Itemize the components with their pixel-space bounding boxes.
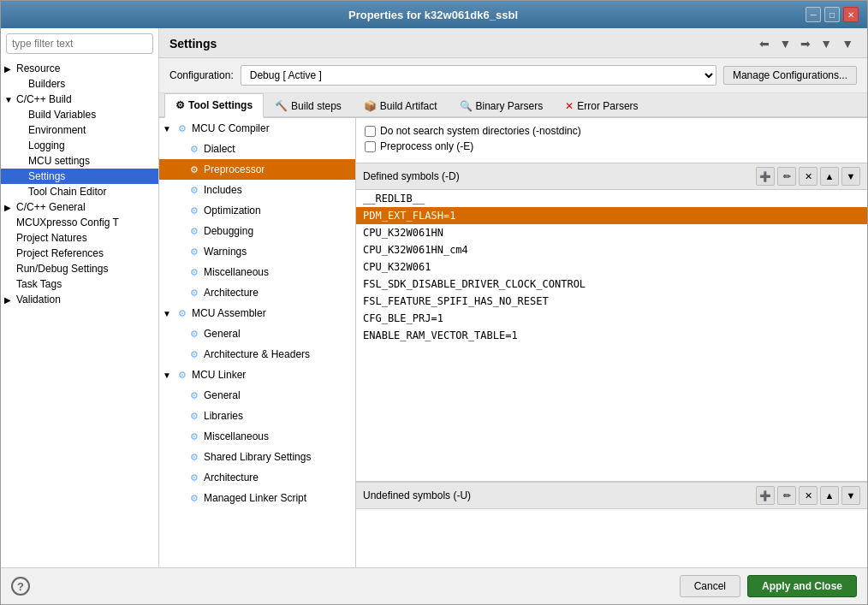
preprocess-only-checkbox[interactable] xyxy=(365,141,376,152)
add-symbol-button[interactable]: ➕ xyxy=(756,167,775,186)
tab-error-parsers[interactable]: ✕ Error Parsers xyxy=(554,93,649,118)
edit-undefined-button[interactable]: ✏ xyxy=(777,486,796,505)
compiler-tree-includes[interactable]: ⚙ Includes xyxy=(159,180,355,200)
sidebar-item-build-vars[interactable]: Build Variables xyxy=(1,107,158,122)
bottom-buttons: Cancel Apply and Close xyxy=(680,575,857,597)
nav-forward-icon[interactable]: ➡ xyxy=(797,35,814,52)
help-button[interactable]: ? xyxy=(11,577,30,596)
compiler-tree-miscellaneous[interactable]: ⚙ Miscellaneous xyxy=(159,262,355,282)
sidebar-item-label: MCUXpresso Config T xyxy=(16,216,155,228)
compiler-tree-label: Optimization xyxy=(204,205,261,216)
symbol-item[interactable]: FSL_FEATURE_SPIFI_HAS_NO_RESET xyxy=(356,293,867,310)
symbol-item[interactable]: ENABLE_RAM_VECTOR_TABLE=1 xyxy=(356,327,867,344)
move-down-icon: ▼ xyxy=(847,171,856,181)
symbol-item[interactable]: CPU_K32W061HN xyxy=(356,224,867,241)
cancel-button[interactable]: Cancel xyxy=(680,575,740,597)
tab-tool-settings[interactable]: ⚙ Tool Settings xyxy=(164,93,264,118)
compiler-tree-managed-linker[interactable]: ⚙ Managed Linker Script xyxy=(159,488,355,508)
sidebar-item-settings[interactable]: Settings xyxy=(1,169,158,184)
sidebar-item-project-natures[interactable]: Project Natures xyxy=(1,230,158,246)
sidebar-item-mcuxpresso[interactable]: MCUXpresso Config T xyxy=(1,215,158,230)
delete-symbol-button[interactable]: ✕ xyxy=(799,167,817,186)
compiler-tree-optimization[interactable]: ⚙ Optimization xyxy=(159,200,355,221)
sidebar-item-mcu-settings[interactable]: MCU settings xyxy=(1,153,158,169)
compiler-tree-architecture[interactable]: ⚙ Architecture xyxy=(159,282,355,303)
minimize-button[interactable]: ─ xyxy=(806,7,821,22)
compiler-tree-label: Miscellaneous xyxy=(204,266,269,278)
close-button[interactable]: ✕ xyxy=(843,7,859,22)
sidebar-item-project-refs[interactable]: Project References xyxy=(1,246,158,261)
move-up-undefined-button[interactable]: ▲ xyxy=(820,486,839,505)
includes-icon: ⚙ xyxy=(187,182,202,198)
sidebar-item-builders[interactable]: Builders xyxy=(1,76,158,92)
undefined-symbols-actions: ➕ ✏ ✕ ▲ xyxy=(756,486,860,505)
compiler-tree-mcu-c-compiler[interactable]: ▼ ⚙ MCU C Compiler xyxy=(159,118,355,139)
dropdown2-icon[interactable]: ▼ xyxy=(817,35,835,52)
sidebar-item-environment[interactable]: Environment xyxy=(1,122,158,138)
compiler-tree-warnings[interactable]: ⚙ Warnings xyxy=(159,241,355,262)
build-artifact-icon: 📦 xyxy=(364,100,377,112)
sidebar-item-task-tags[interactable]: Task Tags xyxy=(1,276,158,292)
move-down-icon: ▼ xyxy=(847,490,856,501)
header-icons: ⬅ ▼ ➡ ▼ ▼ xyxy=(756,35,857,52)
symbol-item[interactable]: __REDLIB__ xyxy=(356,190,867,207)
compiler-tree-dialect[interactable]: ⚙ Dialect xyxy=(159,139,355,159)
sidebar-item-validation[interactable]: ▶ Validation xyxy=(1,292,158,307)
dropdown-icon[interactable]: ▼ xyxy=(776,35,794,52)
compiler-tree-label: Libraries xyxy=(204,410,243,422)
add-undefined-button[interactable]: ➕ xyxy=(756,486,775,505)
configuration-select[interactable]: Debug [ Active ] xyxy=(241,65,716,86)
symbol-item[interactable]: CPU_K32W061 xyxy=(356,258,867,276)
compiler-tree-lnk-arch[interactable]: ⚙ Architecture xyxy=(159,467,355,488)
sidebar-item-resource[interactable]: ▶ Resource xyxy=(1,61,158,76)
compiler-tree-arch-headers[interactable]: ⚙ Architecture & Headers xyxy=(159,344,355,365)
sidebar-item-toolchain-editor[interactable]: Tool Chain Editor xyxy=(1,184,158,199)
compiler-tree-mcu-assembler[interactable]: ▼ ⚙ MCU Assembler xyxy=(159,303,355,323)
compiler-tree-mcu-linker[interactable]: ▼ ⚙ MCU Linker xyxy=(159,365,355,385)
symbol-item[interactable]: PDM_EXT_FLASH=1 xyxy=(356,207,867,224)
tab-binary-parsers[interactable]: 🔍 Binary Parsers xyxy=(449,93,555,118)
compiler-tree-shared-lib[interactable]: ⚙ Shared Library Settings xyxy=(159,447,355,467)
checkboxes-area: Do not search system directories (-nostd… xyxy=(356,118,867,163)
add-icon: ➕ xyxy=(759,490,771,501)
sidebar-item-cpp-build[interactable]: ▼ C/C++ Build xyxy=(1,92,158,107)
compiler-icon: ⚙ xyxy=(175,121,190,136)
optimization-icon: ⚙ xyxy=(187,203,202,218)
nostdinc-checkbox[interactable] xyxy=(365,126,376,137)
managed-linker-icon: ⚙ xyxy=(187,490,202,506)
delete-undefined-button[interactable]: ✕ xyxy=(799,486,817,505)
title-bar: Properties for k32w061dk6_ssbl ─ □ ✕ xyxy=(1,1,867,28)
filter-input[interactable] xyxy=(6,33,153,54)
sidebar-item-run-debug[interactable]: Run/Debug Settings xyxy=(1,261,158,276)
nav-back-icon[interactable]: ⬅ xyxy=(756,35,773,52)
apply-close-button[interactable]: Apply and Close xyxy=(747,575,857,597)
arrow-icon: ▼ xyxy=(4,95,16,104)
compiler-tree-debugging[interactable]: ⚙ Debugging xyxy=(159,221,355,241)
linker-icon: ⚙ xyxy=(175,367,190,383)
menu-icon[interactable]: ▼ xyxy=(838,35,857,52)
tab-build-steps[interactable]: 🔨 Build steps xyxy=(264,93,353,118)
architecture-icon: ⚙ xyxy=(187,285,202,300)
compiler-tree-lnk-misc[interactable]: ⚙ Miscellaneous xyxy=(159,426,355,447)
move-down-button[interactable]: ▼ xyxy=(841,167,860,186)
sidebar-item-logging[interactable]: Logging xyxy=(1,138,158,153)
compiler-tree-asm-general[interactable]: ⚙ General xyxy=(159,323,355,344)
tab-label: Build Artifact xyxy=(380,100,437,112)
tab-build-artifact[interactable]: 📦 Build Artifact xyxy=(353,93,449,118)
dialect-icon: ⚙ xyxy=(187,141,202,157)
sidebar-item-cpp-general[interactable]: ▶ C/C++ General xyxy=(1,199,158,215)
tab-label: Binary Parsers xyxy=(476,100,544,112)
maximize-button[interactable]: □ xyxy=(824,7,840,22)
manage-configurations-button[interactable]: Manage Configurations... xyxy=(723,66,857,85)
symbol-item[interactable]: FSL_SDK_DISABLE_DRIVER_CLOCK_CONTROL xyxy=(356,276,867,293)
compiler-tree-lnk-general[interactable]: ⚙ General xyxy=(159,385,355,406)
move-up-button[interactable]: ▲ xyxy=(820,167,839,186)
edit-symbol-button[interactable]: ✏ xyxy=(777,167,796,186)
libraries-icon: ⚙ xyxy=(187,408,202,424)
compiler-tree-preprocessor[interactable]: ⚙ Preprocessor xyxy=(159,159,355,180)
compiler-tree-libraries[interactable]: ⚙ Libraries xyxy=(159,406,355,426)
arrow-icon: ▶ xyxy=(4,64,16,74)
symbol-item[interactable]: CPU_K32W061HN_cm4 xyxy=(356,241,867,258)
move-down-undefined-button[interactable]: ▼ xyxy=(841,486,860,505)
symbol-item[interactable]: CFG_BLE_PRJ=1 xyxy=(356,310,867,327)
